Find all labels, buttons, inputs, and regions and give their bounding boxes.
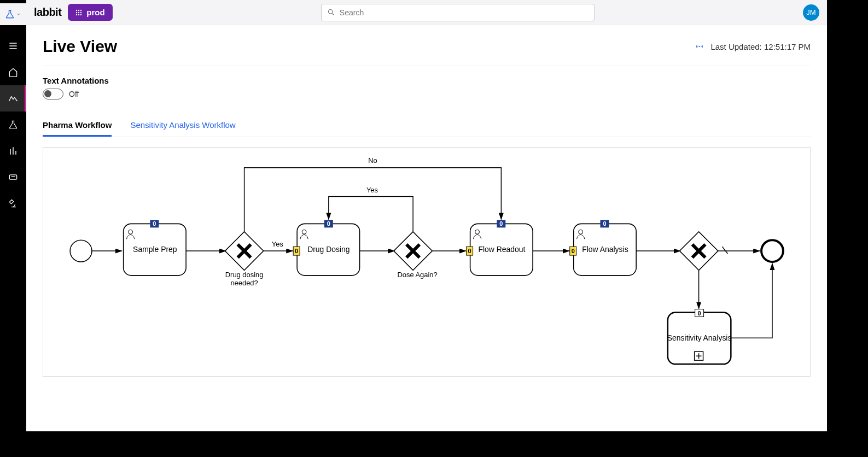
svg-rect-0 <box>9 175 16 179</box>
svg-text:Dose Again?: Dose Again? <box>397 271 437 279</box>
svg-point-8 <box>78 14 79 15</box>
grid-icon <box>75 9 82 16</box>
svg-point-10 <box>328 10 333 14</box>
sidebar-item-home[interactable] <box>0 59 26 85</box>
svg-text:0: 0 <box>468 248 471 254</box>
svg-point-11 <box>699 46 700 47</box>
svg-text:Sample Prep: Sample Prep <box>133 245 177 254</box>
task-flow-analysis[interactable]: Flow Analysis 0 0 <box>570 220 636 276</box>
last-updated-text: Last Updated: 12:51:17 PM <box>710 42 811 51</box>
home-icon <box>8 67 19 78</box>
svg-text:Yes: Yes <box>272 240 283 248</box>
svg-text:Sensitivity Analysis: Sensitivity Analysis <box>667 333 732 342</box>
search-input[interactable] <box>340 8 589 17</box>
broadcast-icon <box>695 42 704 51</box>
task-flow-readout[interactable]: Flow Readout 0 0 <box>467 220 533 276</box>
search-input-container[interactable] <box>321 4 595 21</box>
topbar: labbit prod JM <box>26 0 827 25</box>
annotations-label: Text Annotations <box>43 76 811 85</box>
sidebar-context-switcher[interactable] <box>0 3 26 25</box>
svg-point-5 <box>78 11 79 13</box>
sidebar-item-tool[interactable] <box>0 190 26 216</box>
svg-text:Flow Analysis: Flow Analysis <box>582 245 628 254</box>
svg-text:Flow Readout: Flow Readout <box>478 245 525 254</box>
avatar[interactable]: JM <box>803 4 819 21</box>
microscope-icon <box>8 198 19 209</box>
sidebar-item-menu[interactable] <box>0 33 26 59</box>
annotations-toggle[interactable] <box>43 89 63 99</box>
task-drug-dosing[interactable]: Drug Dosing 0 0 <box>293 220 359 276</box>
chevron-down-icon <box>16 11 21 17</box>
flow-gw1-no <box>244 168 502 232</box>
svg-text:0: 0 <box>295 248 298 254</box>
sidebar-item-workflow[interactable] <box>0 85 26 112</box>
sidebar-item-lab[interactable] <box>0 112 26 138</box>
task-sensitivity-analysis[interactable]: Sensitivity Analysis 0 <box>667 309 732 365</box>
svg-text:Drug Dosing: Drug Dosing <box>307 245 349 254</box>
search-icon <box>327 8 335 16</box>
device-icon <box>8 172 19 183</box>
env-label: prod <box>86 8 104 17</box>
svg-point-1 <box>76 9 77 10</box>
svg-point-7 <box>76 14 77 15</box>
svg-point-4 <box>76 11 77 13</box>
gateway-dose-again[interactable]: Dose Again? <box>394 232 438 279</box>
svg-text:needed?: needed? <box>230 279 258 287</box>
svg-text:Drug dosing: Drug dosing <box>225 271 264 279</box>
svg-text:0: 0 <box>572 248 575 254</box>
annotations-state: Off <box>69 90 79 98</box>
flask-icon <box>8 120 18 130</box>
menu-icon <box>8 40 19 51</box>
end-event[interactable] <box>761 240 783 262</box>
env-badge[interactable]: prod <box>68 4 112 21</box>
page-title: Live View <box>43 37 117 56</box>
flow-sensitivity-end <box>731 263 772 338</box>
gateway-drug-dosing-needed[interactable]: Drug dosing needed? <box>225 232 263 287</box>
svg-point-2 <box>78 9 79 10</box>
svg-point-3 <box>80 9 81 10</box>
svg-text:0: 0 <box>153 220 156 227</box>
tab-pharma-workflow[interactable]: Pharma Workflow <box>43 116 112 137</box>
start-event[interactable] <box>70 240 92 262</box>
svg-text:0: 0 <box>499 220 503 227</box>
sidebar-item-device[interactable] <box>0 164 26 190</box>
workflow-icon <box>8 93 19 104</box>
bars-icon <box>8 145 19 156</box>
last-updated: Last Updated: 12:51:17 PM <box>695 42 811 51</box>
default-flow-marker <box>722 247 727 254</box>
svg-text:Yes: Yes <box>366 186 378 194</box>
svg-text:No: No <box>368 156 377 165</box>
sidebar <box>0 0 26 431</box>
svg-point-6 <box>80 11 81 13</box>
tab-sensitivity-workflow[interactable]: Sensitivity Analysis Workflow <box>130 116 235 137</box>
svg-point-9 <box>80 14 81 15</box>
svg-text:0: 0 <box>327 220 330 227</box>
task-sample-prep[interactable]: Sample Prep 0 <box>124 220 186 276</box>
flask-icon <box>5 9 15 19</box>
svg-text:0: 0 <box>603 220 606 227</box>
brand-logo: labbit <box>34 6 61 19</box>
sidebar-item-data[interactable] <box>0 138 26 164</box>
gateway-merge[interactable] <box>679 232 718 270</box>
bpmn-diagram[interactable]: Sample Prep 0 Drug dosing needed? <box>43 147 811 377</box>
workflow-tabs: Pharma Workflow Sensitivity Analysis Wor… <box>43 116 811 137</box>
svg-text:0: 0 <box>698 310 701 317</box>
